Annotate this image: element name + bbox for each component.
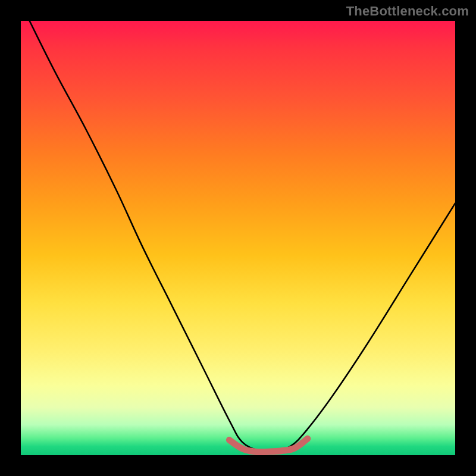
plot-area [21, 21, 455, 455]
chart-frame: TheBottleneck.com [0, 0, 476, 476]
watermark-label: TheBottleneck.com [346, 4, 469, 19]
curve-svg [21, 21, 455, 455]
bottleneck-curve-path [30, 21, 455, 452]
